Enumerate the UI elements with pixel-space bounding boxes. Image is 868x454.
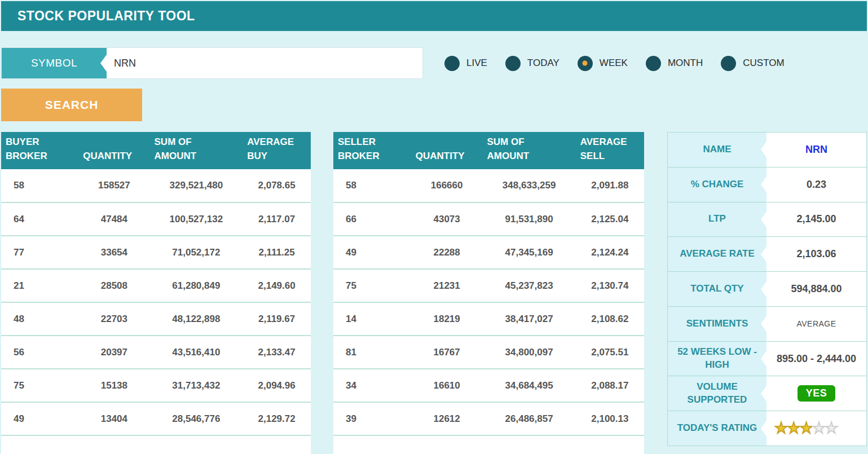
panel-label: 52 WEEKS LOW - HIGH xyxy=(668,342,766,376)
table-row xyxy=(333,435,644,454)
symbol-search-group: SYMBOL xyxy=(1,47,423,79)
cell-average: 2,133.47 xyxy=(243,336,311,369)
cell-sum: 38,417,027 xyxy=(482,302,575,336)
panel-label: VOLUME SUPPORTED xyxy=(668,376,766,411)
cell-quantity: 22288 xyxy=(411,236,483,269)
period-radio-custom[interactable]: CUSTOM xyxy=(721,56,784,71)
cell-broker: 48 xyxy=(1,302,78,336)
table-row: 75 15138 31,713,432 2,094.96 xyxy=(1,369,311,402)
column-header: QUANTITY xyxy=(411,132,483,169)
panel-value: 2,103.06 xyxy=(766,237,866,271)
table-row: 48 22703 48,122,898 2,119.67 xyxy=(1,302,311,336)
cell-average: 2,108.62 xyxy=(576,302,644,336)
cell-sum: 348,633,259 xyxy=(482,169,575,202)
radio-circle-icon[interactable] xyxy=(505,56,521,71)
panel-label: LTP xyxy=(668,202,766,237)
symbol-input[interactable] xyxy=(107,48,422,78)
panel-label: SENTIMENTS xyxy=(668,307,766,341)
panel-row-sentiments: SENTIMENTS AVERAGE xyxy=(668,307,866,342)
cell-quantity: 21231 xyxy=(411,269,483,302)
cell-average: 2,125.04 xyxy=(576,202,644,236)
table-row: 39 12612 26,486,857 2,100.13 xyxy=(333,402,644,435)
period-radio-month[interactable]: MONTH xyxy=(646,56,703,71)
column-header: SUM OF AMOUNT xyxy=(482,132,575,169)
radio-circle-icon[interactable] xyxy=(444,56,460,71)
cell-sum: 100,527,132 xyxy=(150,202,243,236)
cell-sum: 48,122,898 xyxy=(150,302,243,336)
period-radio-week[interactable]: WEEK xyxy=(578,56,628,71)
cell-quantity: 166660 xyxy=(411,169,483,202)
star-filled-icon: ★ xyxy=(799,421,812,436)
panel-label: AVERAGE RATE xyxy=(668,237,766,271)
panel-row-ltp: LTP 2,145.00 xyxy=(668,202,866,237)
cell-quantity: 22703 xyxy=(78,302,149,336)
panel-label: TOTAL QTY xyxy=(668,272,766,306)
period-radio-today[interactable]: TODAY xyxy=(505,56,559,71)
table-row: 14 18219 38,417,027 2,108.62 xyxy=(333,302,644,336)
period-label: LIVE xyxy=(466,58,487,69)
column-header: SUM OF AMOUNT xyxy=(150,132,243,169)
cell-average: 2,130.74 xyxy=(576,269,644,302)
radio-circle-icon[interactable] xyxy=(721,56,736,71)
period-label: MONTH xyxy=(668,58,703,69)
cell-average: 2,088.17 xyxy=(576,369,644,402)
table-row: 75 21231 45,237,823 2,130.74 xyxy=(333,269,644,302)
cell-quantity: 20397 xyxy=(78,336,149,369)
cell-broker: 49 xyxy=(1,402,78,435)
cell-sum: 91,531,890 xyxy=(482,202,575,236)
table-row: 81 16767 34,800,097 2,075.51 xyxy=(333,336,644,369)
cell-average: 2,094.96 xyxy=(243,369,311,402)
table-row: 21 28508 61,280,849 2,149.60 xyxy=(1,269,311,302)
column-header: QUANTITY xyxy=(78,132,149,169)
cell-quantity: 12612 xyxy=(411,402,483,435)
cell-average: 2,129.72 xyxy=(243,402,311,435)
column-header: AVERAGE BUY xyxy=(243,132,311,169)
rating-stars: ★★★★★ xyxy=(766,411,866,446)
search-button[interactable]: SEARCH xyxy=(1,89,142,121)
cell-quantity: 28508 xyxy=(78,269,149,302)
period-radio-group: LIVE TODAY WEEK MONTH CUSTOM xyxy=(444,47,785,79)
panel-value: YES xyxy=(766,376,866,411)
radio-circle-icon[interactable] xyxy=(646,56,661,71)
stock-name-link[interactable]: NRN xyxy=(766,133,866,167)
panel-value: 0.23 xyxy=(766,168,866,202)
cell-sum: 34,684,495 xyxy=(482,369,575,402)
volume-supported-badge: YES xyxy=(797,385,836,402)
star-empty-icon: ★ xyxy=(825,421,837,436)
cell-average: 2,149.60 xyxy=(243,269,311,302)
period-label: TODAY xyxy=(527,58,559,69)
cell-sum: 45,237,823 xyxy=(482,269,575,302)
table-row: 77 33654 71,052,172 2,111.25 xyxy=(1,236,311,269)
panel-value: 895.00 - 2,444.00 xyxy=(766,342,866,376)
panel-row-total-qty: TOTAL QTY 594,884.00 xyxy=(668,272,866,307)
cell-quantity: 47484 xyxy=(78,202,149,236)
cell-sum: 28,546,776 xyxy=(150,402,243,435)
cell-sum: 43,516,410 xyxy=(150,336,243,369)
cell-quantity: 16767 xyxy=(411,336,483,369)
cell-broker: 14 xyxy=(333,302,411,336)
seller-broker-table: SELLER BROKER QUANTITY SUM OF AMOUNT AVE… xyxy=(333,132,644,454)
period-radio-live[interactable]: LIVE xyxy=(444,56,487,71)
panel-label: TODAY'S RATING xyxy=(668,411,766,446)
page-title: STOCK POPULARITY TOOL xyxy=(1,8,195,24)
period-label: WEEK xyxy=(600,58,628,69)
table-row: 34 16610 34,684,495 2,088.17 xyxy=(333,369,644,402)
cell-broker: 64 xyxy=(1,202,78,236)
table-row: 58 158527 329,521,480 2,078.65 xyxy=(1,169,311,202)
panel-row-change: % CHANGE 0.23 xyxy=(668,168,866,202)
table-row: 49 22288 47,345,169 2,124.24 xyxy=(333,236,644,269)
radio-circle-icon[interactable] xyxy=(578,56,593,71)
panel-row-average-rate: AVERAGE RATE 2,103.06 xyxy=(668,237,866,272)
cell-quantity: 158527 xyxy=(78,169,149,202)
panel-row-name: NAME NRN xyxy=(668,133,866,168)
table-row: 66 43073 91,531,890 2,125.04 xyxy=(333,202,644,236)
symbol-label: SYMBOL xyxy=(2,48,107,78)
period-label: CUSTOM xyxy=(743,58,784,69)
table-row: 49 13404 28,546,776 2,129.72 xyxy=(1,402,311,435)
cell-sum: 26,486,857 xyxy=(482,402,575,435)
sentiment-value: AVERAGE xyxy=(766,307,866,341)
star-filled-icon: ★ xyxy=(774,421,787,436)
panel-value: 2,145.00 xyxy=(766,202,866,237)
table-row: 56 20397 43,516,410 2,133.47 xyxy=(1,336,311,369)
cell-average: 2,119.67 xyxy=(243,302,311,336)
